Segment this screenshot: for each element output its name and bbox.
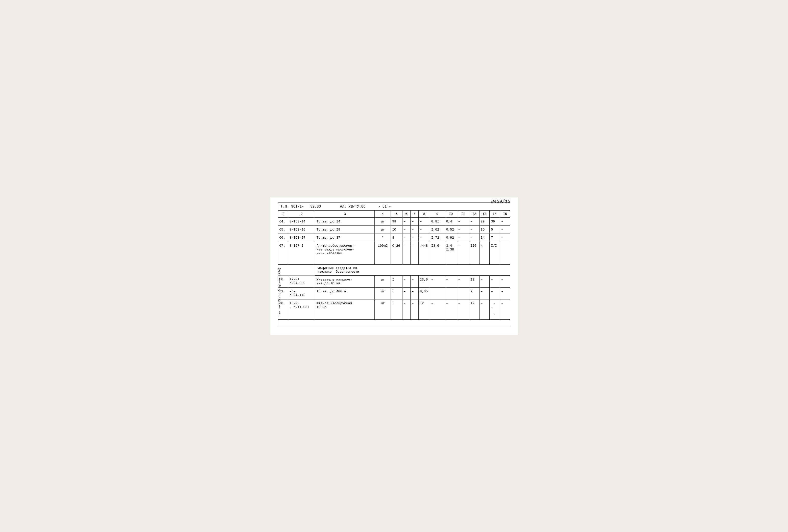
row-c13: 4: [479, 242, 490, 264]
row-c12: I2: [469, 299, 479, 320]
page-number: 8459/15: [491, 199, 510, 204]
row-c11: –: [457, 218, 469, 225]
row-c7: –: [410, 287, 418, 299]
title-cell: Т.П. 9ОI-I- 32.83 Ал. УШ/ТУ.86 - 8I -: [278, 203, 510, 210]
row-num: 67.: [278, 242, 288, 264]
row-c15: –: [500, 299, 510, 320]
row-c15: –: [500, 275, 510, 288]
row-c7: –: [410, 299, 418, 320]
row-num: 65.: [278, 225, 288, 233]
row-c10: [445, 287, 457, 299]
side-label: тип зак/13 стр.5 рулонк (434): [278, 268, 281, 316]
row-c7: –: [410, 225, 418, 233]
table-row: 70. I5-03- п.II-03I Штанга изолирующаяIO…: [278, 299, 510, 320]
row-c11: –: [457, 275, 469, 288]
col-header-4: 4: [375, 210, 391, 218]
page-container: 8459/15 тип зак/13 стр.5 рулонк (434) Т.…: [270, 198, 518, 335]
row-c6: –: [402, 233, 410, 242]
row-c13: –: [479, 275, 490, 288]
row-unit: ": [375, 233, 391, 242]
col-header-15: I5: [500, 210, 510, 218]
row-c8: 8,65: [418, 287, 430, 299]
col-header-11: II: [457, 210, 469, 218]
row-c15: –: [500, 233, 510, 242]
row-c8: –: [418, 218, 430, 225]
row-code: I5-03- п.II-03I: [288, 299, 315, 320]
row-c8: I3,0: [418, 275, 430, 288]
col-header-1: I: [278, 210, 288, 218]
row-c13: I4: [479, 233, 490, 242]
row-c11: –: [457, 233, 469, 242]
dot-mark2: ·: [494, 313, 496, 317]
row-c14: 7: [490, 233, 500, 242]
row-code: I7-0Iп.04-089: [288, 275, 315, 288]
row-c12: 9: [469, 287, 479, 299]
row-c6: –: [402, 299, 410, 320]
row-c8: I2: [418, 299, 430, 320]
row-c5: I: [391, 287, 402, 299]
row-c13: IO: [479, 225, 490, 233]
col-header-14: I4: [490, 210, 500, 218]
row-unit: шт: [375, 299, 391, 320]
row-desc: Штанга изолирующаяIO кв: [315, 299, 375, 320]
col-header-9: 9: [430, 210, 445, 218]
row-c12: –: [469, 225, 479, 233]
row-c9: –: [430, 275, 445, 288]
title-part3: Ал. УШ/ТУ.86: [340, 205, 366, 208]
main-table: Т.П. 9ОI-I- 32.83 Ал. УШ/ТУ.86 - 8I - I …: [278, 203, 510, 327]
col-header-8: 8: [418, 210, 430, 218]
row-c10 double-val: 3,4I,38: [445, 242, 457, 264]
col-header-12: I2: [469, 210, 479, 218]
row-c8: .448: [418, 242, 430, 264]
row-code: 8-I67-I: [288, 242, 315, 264]
table-row: 66. 8-I53-I7 То же, до 37 " 8 – – – I,72…: [278, 233, 510, 242]
row-c7: –: [410, 233, 418, 242]
row-unit: шт: [375, 275, 391, 288]
row-unit: шт: [375, 287, 391, 299]
row-c15: –: [500, 287, 510, 299]
table-row: 69. –"–п.04-II3 То же, до 400 в шт I – –…: [278, 287, 510, 299]
section-label-text: Защитные средства потехнике безопасности: [318, 266, 359, 274]
title-part1: Т.П. 9ОI-I-: [281, 205, 304, 208]
section-label: Защитные средства потехнике безопасности: [315, 264, 510, 275]
row-c14: 5: [490, 225, 500, 233]
row-desc: Плиты асбестоцемент-ные между проложен-н…: [315, 242, 375, 264]
row-c8: –: [418, 225, 430, 233]
title-part4: - 8I -: [378, 205, 391, 208]
row-c11: [457, 287, 469, 299]
row-c11: –: [457, 225, 469, 233]
row-c15: [500, 242, 510, 264]
row-code: 8-I53-I5: [288, 225, 315, 233]
row-c8: –: [418, 233, 430, 242]
row-unit: 100м2: [375, 242, 391, 264]
row-code: 8-I53-I4: [288, 218, 315, 225]
row-c6: –: [402, 287, 410, 299]
section-label-row: Защитные средства потехнике безопасности: [278, 264, 510, 275]
row-c14: · · –: [490, 299, 500, 320]
row-c13: –: [479, 287, 490, 299]
row-c6: –: [402, 242, 410, 264]
table-row: 65. 8-I53-I5 То же, до I9 шт IO – – – I,…: [278, 225, 510, 233]
row-c14: I/I: [490, 242, 500, 264]
row-c5: 98: [391, 218, 402, 225]
section-empty: [278, 264, 315, 275]
row-c7: –: [410, 242, 418, 264]
row-c7: –: [410, 275, 418, 288]
row-num: 66.: [278, 233, 288, 242]
row-c6: –: [402, 225, 410, 233]
row-c9: [430, 287, 445, 299]
row-c12: –: [469, 233, 479, 242]
header-row: I 2 3 4 5 6 7 8 9 IO II I2 I3 I4 I5: [278, 210, 510, 218]
table-row: 67. 8-I67-I Плиты асбестоцемент-ные межд…: [278, 242, 510, 264]
row-c9: 0,8I: [430, 218, 445, 225]
col-header-6: 6: [402, 210, 410, 218]
row-desc: То же, до 400 в: [315, 287, 375, 299]
row-desc: То же, до I4: [315, 218, 375, 225]
title-row: Т.П. 9ОI-I- 32.83 Ал. УШ/ТУ.86 - 8I -: [278, 203, 510, 210]
row-c7: –: [410, 218, 418, 225]
row-code: –"–п.04-II3: [288, 287, 315, 299]
row-c5: I: [391, 299, 402, 320]
row-c6: –: [402, 275, 410, 288]
row-c9: I3,6: [430, 242, 445, 264]
row-c6: –: [402, 218, 410, 225]
